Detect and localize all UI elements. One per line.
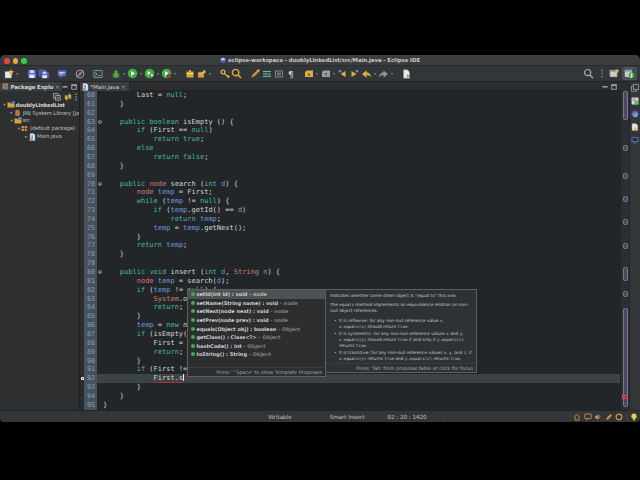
minimize-view-icon[interactable] (62, 84, 68, 90)
view-menu-icon[interactable] (74, 93, 78, 101)
chat-icon[interactable] (584, 413, 592, 421)
java-search-icon[interactable] (231, 67, 242, 80)
restore-views-icon[interactable] (631, 84, 639, 92)
pencil-icon[interactable] (605, 413, 613, 421)
show-whitespace-icon[interactable] (261, 67, 272, 80)
overview-change-mark[interactable] (623, 196, 628, 202)
package-explorer-view: Package Explo × ▾doublyLinkedList▸JRE Sy… (0, 82, 79, 410)
overview-ruler[interactable] (620, 91, 629, 410)
search-icon[interactable] (583, 67, 594, 80)
last-edit-fwd-icon[interactable] (349, 67, 360, 80)
skip-breakpoints-icon[interactable] (74, 67, 85, 80)
code-token: } (103, 392, 124, 400)
proposal-setNext[interactable]: setNext(node next) : void - node (188, 307, 325, 316)
code-token: = (170, 224, 183, 232)
back-icon[interactable] (361, 67, 372, 80)
last-edit-back-icon[interactable] (337, 67, 348, 80)
javadoc-view-icon[interactable]: @ (631, 110, 639, 118)
close-icon[interactable]: × (55, 84, 60, 90)
export-jar-icon[interactable] (196, 67, 207, 80)
save-all-icon[interactable] (38, 67, 49, 80)
run-dropdown-icon[interactable]: ▾ (139, 67, 143, 80)
code-token: void (149, 268, 166, 276)
overview-change-mark[interactable] (623, 219, 628, 225)
forward-icon[interactable] (378, 67, 389, 80)
overview-change-mark[interactable] (623, 267, 628, 281)
export-jar-dropdown-icon[interactable]: ▾ (208, 67, 212, 80)
tab-package-explorer[interactable]: Package Explo × (0, 82, 63, 91)
proposal-setId[interactable]: setId(int id) : void - node (188, 290, 325, 299)
code-line-92: First.s (103, 374, 184, 383)
proposal-equals[interactable]: equals(Object obj) : boolean - Object (188, 324, 325, 333)
minimize-editor-icon[interactable] (602, 84, 608, 90)
open-perspective-icon[interactable] (609, 67, 620, 80)
forward-dropdown-icon[interactable]: ▾ (390, 67, 394, 80)
feedback-icon[interactable] (56, 67, 67, 80)
donut-icon[interactable] (615, 413, 623, 421)
megaphone-icon[interactable] (594, 413, 602, 421)
link-with-editor-icon[interactable] (64, 93, 72, 101)
profile-dropdown-icon[interactable]: ▾ (173, 67, 177, 80)
collapse-all-icon[interactable] (53, 93, 61, 101)
javadoc-paragraph: Indicates whether some other object is "… (330, 293, 472, 299)
javadoc-hover-popup[interactable]: Indicates whether some other object is "… (326, 289, 477, 373)
overview-change-mark[interactable] (623, 145, 628, 151)
proposal-setName[interactable]: setName(String name) : void - node (188, 299, 325, 308)
overview-change-mark[interactable] (623, 308, 628, 407)
overview-change-mark[interactable] (623, 173, 628, 179)
maximize-view-icon[interactable] (71, 84, 77, 90)
code-token: while (137, 197, 158, 205)
maximize-editor-icon[interactable] (611, 84, 617, 90)
dots-icon[interactable] (596, 67, 607, 80)
tree-item-src[interactable]: ▾src (0, 117, 79, 125)
mark-occurrences-icon[interactable] (249, 67, 260, 80)
java-perspective-icon[interactable]: J (624, 67, 635, 80)
code-line-77: return temp; (103, 241, 187, 250)
home-icon[interactable] (573, 413, 581, 421)
console-view-icon[interactable] (631, 136, 639, 144)
tree-item-main-java[interactable]: ▸JMain.java (0, 132, 79, 140)
prev-annotation-dropdown-icon[interactable]: ▾ (332, 67, 336, 80)
code-line-93: } (103, 383, 141, 392)
proposal-toString[interactable]: toString() : String - Object (188, 350, 325, 359)
debug-dropdown-icon[interactable]: ▾ (122, 67, 126, 80)
block-selection-icon[interactable] (273, 67, 284, 80)
pilcrow-icon[interactable]: ¶ (285, 67, 296, 80)
code-line-81: node temp = search(d); (103, 277, 229, 286)
debug-icon[interactable] (110, 67, 121, 80)
proposal-hashCode[interactable]: hashCode() : int - Object (188, 342, 325, 351)
next-annotation-dropdown-icon[interactable]: ▾ (315, 67, 319, 80)
declaration-view-icon[interactable] (631, 123, 639, 131)
tree-item-default-package[interactable]: ▾(default package) (0, 124, 79, 132)
run-icon[interactable] (127, 67, 138, 80)
javadoc-bullet: It is transitive: for any non-null refer… (339, 350, 472, 363)
proposal-setPrev[interactable]: setPrev(node prev) : void - node (188, 316, 325, 325)
bulb-icon[interactable] (630, 413, 638, 421)
new-jar-icon[interactable] (184, 67, 195, 80)
back-dropdown-icon[interactable]: ▾ (373, 67, 377, 80)
key-icon[interactable] (219, 67, 230, 80)
profile-icon[interactable] (161, 67, 172, 80)
coverage-icon[interactable] (144, 67, 155, 80)
new-wizard-icon[interactable] (3, 67, 14, 80)
overview-change-mark[interactable] (623, 91, 628, 120)
content-assist-popup[interactable]: setId(int id) : void - nodesetName(Strin… (187, 289, 326, 377)
new-wizard-dropdown-icon[interactable]: ▾ (15, 67, 19, 80)
active-perspective[interactable]: J (622, 67, 637, 80)
proposal-getClass[interactable]: getClass() : Class<?> - Object (188, 333, 325, 342)
task-list-icon[interactable] (631, 97, 639, 105)
prev-annotation-icon[interactable] (320, 67, 331, 80)
overview-change-mark[interactable] (623, 291, 628, 297)
close-icon[interactable]: × (121, 84, 126, 90)
tree-item-doublylinkedlist[interactable]: ▾doublyLinkedList (0, 101, 79, 109)
code-token: .getNext(); (200, 224, 246, 232)
next-annotation-icon[interactable] (303, 67, 314, 80)
tree-item-jre-system-library-ja[interactable]: ▸JRE System Library [Ja (0, 109, 79, 117)
console-icon[interactable] (92, 67, 103, 80)
overview-change-mark[interactable] (623, 243, 628, 249)
overview-error-mark[interactable] (622, 395, 628, 399)
tab-main-java[interactable]: J *Main.java × (80, 82, 130, 91)
save-icon[interactable] (26, 67, 37, 80)
coverage-dropdown-icon[interactable]: ▾ (156, 67, 160, 80)
new-page-icon[interactable] (401, 67, 412, 80)
